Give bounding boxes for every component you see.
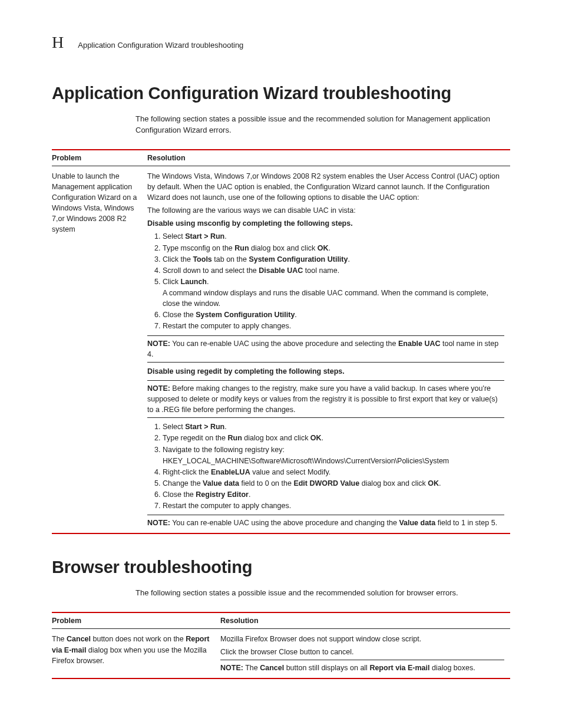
th-resolution: Resolution — [147, 150, 510, 166]
list-item: Navigate to the following registry key:H… — [163, 444, 504, 466]
section1-table: Problem Resolution Unable to launch the … — [52, 149, 510, 535]
note-3: NOTE: You can re-enable UAC using the ab… — [147, 515, 504, 528]
table-row: The Cancel button does not work on the R… — [52, 629, 510, 678]
list-item: Close the System Configuration Utility. — [163, 309, 504, 320]
th-problem: Problem — [52, 612, 220, 629]
document-page: H Application Configuration Wizard troub… — [0, 0, 562, 714]
section1-intro: The following section states a possible … — [135, 114, 510, 136]
list-item: Close the Registry Editor. — [163, 489, 504, 500]
note-1: NOTE: You can re-enable UAC using the ab… — [147, 335, 504, 363]
steps-list-2: Select Start > Run. Type regedit on the … — [147, 421, 504, 511]
resolution-cell: Mozilla Firefox Browser does not support… — [220, 629, 510, 678]
section2-title: Browser troubleshooting — [52, 558, 510, 577]
list-item: Restart the computer to apply changes. — [163, 321, 504, 331]
list-item: Type msconfig on the Run dialog box and … — [163, 243, 504, 253]
problem-cell: The Cancel button does not work on the R… — [52, 629, 220, 678]
th-resolution: Resolution — [220, 612, 510, 629]
list-item: Restart the computer to apply changes. — [163, 500, 504, 511]
running-title: Application Configuration Wizard trouble… — [78, 41, 243, 50]
list-item: Click Launch.A command window displays a… — [163, 276, 504, 309]
note-browser: NOTE: The Cancel button still displays o… — [220, 660, 504, 673]
res-para: Click the browser Close button to cancel… — [220, 647, 504, 657]
section2-table: Problem Resolution The Cancel button doe… — [52, 612, 510, 679]
res-para: The Windows Vista, Windows 7,or Windows … — [147, 171, 504, 203]
res-para: The following are the various ways we ca… — [147, 205, 504, 216]
steps-list-1: Select Start > Run. Type msconfig on the… — [147, 231, 504, 331]
list-item: Scroll down to and select the Disable UA… — [163, 265, 504, 276]
section-letter: H — [52, 34, 64, 51]
running-header: H Application Configuration Wizard troub… — [52, 34, 510, 51]
res-para: Mozilla Firefox Browser does not support… — [220, 634, 504, 644]
section2-intro: The following section states a possible … — [135, 588, 510, 599]
list-item: Select Start > Run. — [163, 421, 504, 432]
resolution-cell: The Windows Vista, Windows 7,or Windows … — [147, 166, 510, 533]
section1-title: Application Configuration Wizard trouble… — [52, 84, 510, 103]
problem-cell: Unable to launch the Management applicat… — [52, 166, 147, 533]
list-item: Change the Value data field to 0 on the … — [163, 478, 504, 489]
list-item: Type regedit on the Run dialog box and c… — [163, 433, 504, 443]
list-item: Right-click the EnableLUA value and sele… — [163, 467, 504, 477]
res-subhead-2: Disable using regedit by completing the … — [147, 366, 504, 377]
res-subhead-1: Disable using msconfig by completing the… — [147, 218, 504, 229]
note-2: NOTE: Before making changes to the regis… — [147, 380, 504, 418]
list-item: Select Start > Run. — [163, 231, 504, 242]
table-row: Unable to launch the Management applicat… — [52, 166, 510, 533]
th-problem: Problem — [52, 150, 147, 166]
list-item: Click the Tools tab on the System Config… — [163, 254, 504, 265]
